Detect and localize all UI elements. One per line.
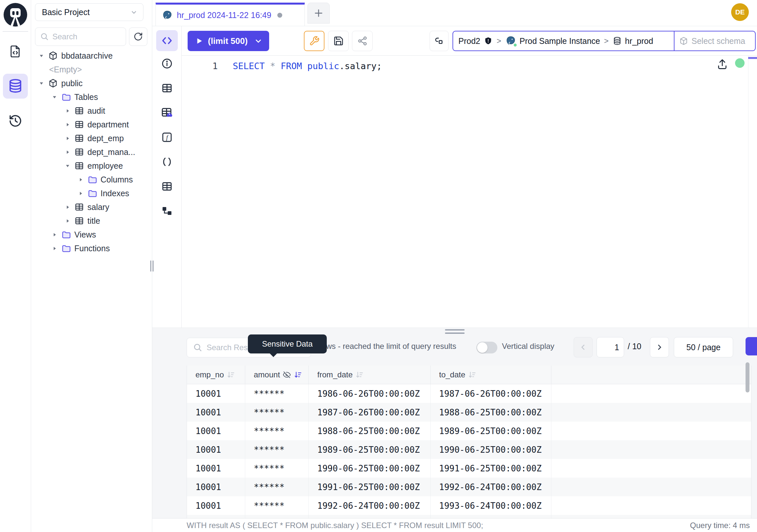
table-row[interactable]: 10001******1987-06-26T00:00:00Z1988-06-2… [187,403,751,422]
cube-icon [48,51,58,61]
results-table-body: 10001******1986-06-26T00:00:00Z1987-06-2… [187,384,751,518]
table-icon [74,147,84,157]
run-query-button[interactable]: (limit 500) [188,31,269,51]
procedures-panel-button[interactable] [161,149,173,174]
tree-item-employee[interactable]: employee [31,159,152,172]
connection-button[interactable] [430,31,449,51]
table-row[interactable]: 10001******1988-06-25T00:00:00Z1989-06-2… [187,422,751,440]
upload-icon[interactable] [716,58,728,70]
caret-right-icon[interactable] [64,150,71,155]
table-row[interactable]: 10001******1990-06-25T00:00:00Z1991-06-2… [187,459,751,478]
external-tables-panel-button[interactable] [161,174,173,199]
tree-item-views[interactable]: Views [31,228,152,241]
sidebar-search-box[interactable] [35,27,126,46]
column-header-to-date[interactable]: to_date [431,365,551,384]
new-tab-button[interactable] [308,3,330,24]
table-scrollbar[interactable] [745,362,749,392]
database-nav-button[interactable] [3,74,28,99]
breadcrumb-left[interactable]: Prod2 > Prod Sample Instance > [453,31,674,50]
code-panel-button[interactable] [156,30,178,51]
caret-down-icon[interactable] [38,53,45,58]
format-sql-button[interactable] [304,31,324,51]
table-row[interactable]: 10001******1992-06-24T00:00:00Z1993-06-2… [187,496,751,515]
caret-down-icon[interactable] [38,81,45,86]
tab-hr-prod[interactable]: hr_prod 2024-11-22 16:49 [156,3,305,26]
caret-right-icon[interactable] [64,136,71,141]
schema-diagram-panel-button[interactable] [161,199,173,223]
next-page-button[interactable] [650,337,669,358]
chevron-down-icon[interactable] [254,37,262,45]
caret-right-icon[interactable] [51,232,58,237]
folder-icon [87,174,97,184]
column-header-amount[interactable]: amount [245,365,309,384]
prev-page-button[interactable] [574,337,592,358]
tree-item-department[interactable]: department [31,118,152,131]
sort-icon[interactable] [227,370,235,379]
vertical-display-toggle[interactable] [476,342,497,354]
share-button[interactable] [352,31,373,51]
worksheet-nav-button[interactable] [3,39,28,64]
export-button[interactable] [745,337,757,356]
results-resize-handle[interactable] [445,329,465,334]
sort-icon-active[interactable] [294,370,302,379]
bytebase-logo[interactable] [4,3,27,26]
functions-panel-button[interactable]: f [161,125,173,149]
table-row[interactable]: 10001******1991-06-25T00:00:00Z1992-06-2… [187,478,751,496]
tree-item-public[interactable]: public [31,76,152,90]
tree-item-label: dept_emp [87,134,124,143]
tree-item-columns[interactable]: Columns [31,172,152,186]
query-time-label: Query time: 4 ms [690,521,750,530]
caret-right-icon[interactable] [77,191,84,196]
tree-item-tables[interactable]: Tables [31,90,152,104]
avatar[interactable]: DE [731,3,749,21]
sensitive-table-panel-button[interactable] [161,100,173,125]
tree-item-salary[interactable]: salary [31,200,152,214]
folder-icon [61,243,71,253]
info-panel-button[interactable] [161,51,173,76]
tree-item-label: <Empty> [49,65,82,74]
caret-right-icon[interactable] [64,122,71,127]
tree-item-label: Tables [74,92,98,102]
cube-icon [48,78,58,88]
caret-right-icon[interactable] [77,177,84,182]
sort-icon[interactable] [468,370,476,379]
caret-right-icon[interactable] [64,205,71,210]
page-number-input[interactable] [596,337,624,358]
table-row[interactable]: 10001******1993-06-24T00:00:00Z1994-06-2… [187,515,751,518]
sort-icon[interactable] [355,370,364,379]
page-size-select[interactable]: 50 / page [674,337,733,358]
column-header-from-date[interactable]: from_date [309,365,431,384]
history-nav-button[interactable] [3,109,28,133]
column-header-emp-no[interactable]: emp_no [187,365,245,384]
sql-editor[interactable]: 1 SELECT * FROM public.salary; [182,56,757,328]
caret-down-icon[interactable] [64,164,71,169]
refresh-button[interactable] [129,27,147,46]
tree-item-dept-emp[interactable]: dept_emp [31,131,152,145]
tree-item-dept-manager[interactable]: dept_mana... [31,145,152,159]
eye-off-icon[interactable] [283,370,291,379]
connection-breadcrumb[interactable]: Prod2 > Prod Sample Instance > [452,31,756,51]
row-limit-text: ws - reached the limit of query results [326,342,456,351]
save-button[interactable] [328,31,349,51]
tables-panel-button[interactable] [161,76,173,100]
cube-icon [679,36,688,46]
tree-item-title[interactable]: title [31,214,152,228]
status-dot-icon [513,43,517,47]
project-select[interactable]: Basic Project [35,3,143,21]
caret-right-icon[interactable] [64,109,71,113]
select-schema-label: Select schema [691,36,745,46]
table-icon [161,82,173,94]
tree-item-audit[interactable]: audit [31,104,152,118]
tree-item-indexes[interactable]: Indexes [31,186,152,200]
tree-item-functions[interactable]: Functions [31,241,152,255]
caret-right-icon[interactable] [64,218,71,223]
sidebar-search-input[interactable] [52,32,122,41]
caret-right-icon[interactable] [51,246,58,251]
editor-overview-ruler[interactable] [748,56,757,328]
caret-down-icon[interactable] [51,95,58,100]
table-row[interactable]: 10001******1986-06-26T00:00:00Z1987-06-2… [187,384,751,403]
breadcrumb-separator: > [604,36,609,46]
tree-item-bbdataarchive[interactable]: bbdataarchive [31,49,152,63]
select-schema-button[interactable]: Select schema [675,31,755,50]
table-row[interactable]: 10001******1989-06-25T00:00:00Z1990-06-2… [187,440,751,459]
